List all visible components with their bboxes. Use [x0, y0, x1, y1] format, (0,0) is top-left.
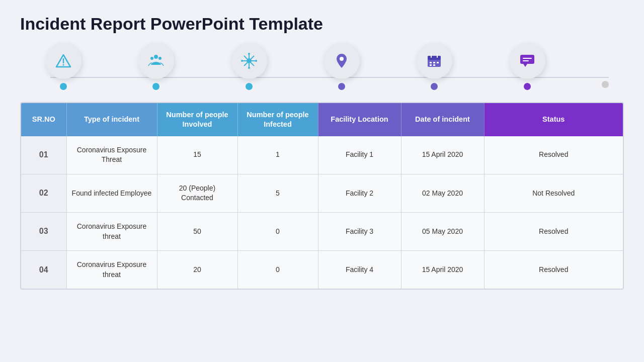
location-icon — [333, 52, 351, 70]
cell-type: Coronavirus Exposure Threat — [66, 136, 157, 174]
svg-point-2 — [63, 64, 64, 66]
incident-table: SR.NO Type of incident Number of people … — [21, 103, 623, 289]
cell-involved: 20 (People) Contacted — [157, 174, 237, 212]
timeline-dot-5 — [431, 83, 438, 90]
cell-involved: 15 — [157, 136, 237, 174]
timeline-end — [602, 43, 609, 88]
header-row: SR.NO Type of incident Number of people … — [21, 103, 623, 136]
svg-point-5 — [158, 57, 162, 60]
table-body: 01Coronavirus Exposure Threat151Facility… — [21, 136, 623, 289]
timeline-section — [20, 43, 624, 103]
svg-rect-29 — [520, 55, 534, 64]
cell-involved: 20 — [157, 251, 237, 289]
svg-line-13 — [251, 56, 254, 59]
timeline-icon-4 — [324, 43, 360, 90]
cell-infected: 1 — [237, 136, 318, 174]
triangle-icon-circle — [45, 43, 82, 79]
cell-facility: Facility 4 — [318, 251, 401, 289]
cell-status: Resolved — [484, 251, 623, 289]
svg-line-11 — [244, 56, 248, 59]
col-facility: Facility Location — [318, 103, 401, 136]
timeline-icon-2 — [138, 43, 174, 90]
col-type: Type of incident — [66, 103, 157, 136]
table-row: 04Coronavirus Exposure threat200Facility… — [21, 251, 623, 289]
cell-infected: 0 — [237, 213, 318, 251]
timeline-icon-5 — [416, 43, 452, 90]
timeline-dot-2 — [152, 83, 159, 90]
svg-rect-26 — [437, 62, 439, 63]
chat-icon — [518, 52, 536, 70]
cell-srno: 04 — [21, 251, 66, 289]
cell-date: 02 May 2020 — [401, 174, 484, 212]
col-involved: Number of people Involved — [157, 103, 237, 136]
cell-date: 05 May 2020 — [401, 213, 484, 251]
svg-point-19 — [340, 57, 344, 61]
timeline-dot-3 — [246, 83, 253, 90]
svg-rect-25 — [433, 62, 435, 63]
timeline-dot-1 — [60, 83, 67, 90]
cell-status: Resolved — [484, 213, 623, 251]
timeline-dot-6 — [524, 83, 531, 90]
svg-rect-21 — [428, 56, 441, 60]
cell-type: Found infected Employee — [66, 174, 157, 212]
cell-srno: 03 — [21, 213, 66, 251]
icons-row — [20, 43, 624, 90]
svg-marker-30 — [523, 64, 527, 67]
svg-point-15 — [248, 53, 250, 55]
table-header: SR.NO Type of incident Number of people … — [21, 103, 623, 136]
cell-facility: Facility 2 — [318, 174, 401, 212]
cell-srno: 01 — [21, 136, 66, 174]
cell-type: Coronavirus Exposure threat — [66, 251, 157, 289]
svg-point-17 — [241, 60, 243, 62]
cell-status: Not Resolved — [484, 174, 623, 212]
timeline-icon-1 — [45, 43, 82, 90]
svg-rect-27 — [430, 64, 432, 66]
cell-date: 15 April 2020 — [401, 136, 484, 174]
cell-involved: 50 — [157, 213, 237, 251]
page: Incident Report PowerPoint Template — [0, 0, 644, 362]
table-wrapper: SR.NO Type of incident Number of people … — [20, 102, 624, 290]
cell-infected: 0 — [237, 251, 318, 289]
cell-type: Coronavirus Exposure threat — [66, 213, 157, 251]
timeline-icon-3 — [231, 43, 267, 90]
svg-point-4 — [150, 57, 153, 60]
table-row: 02Found infected Employee20 (People) Con… — [21, 174, 623, 212]
col-infected: Number of people Infected — [237, 103, 318, 136]
triangle-icon — [54, 52, 72, 70]
people-icon-circle — [138, 43, 174, 79]
cell-date: 15 April 2020 — [401, 251, 484, 289]
svg-point-16 — [248, 67, 250, 69]
cell-facility: Facility 3 — [318, 213, 401, 251]
cell-srno: 02 — [21, 174, 66, 212]
page-title: Incident Report PowerPoint Template — [20, 14, 624, 34]
location-icon-circle — [324, 43, 360, 79]
timeline-end-spacer — [602, 68, 609, 75]
table-row: 01Coronavirus Exposure Threat151Facility… — [21, 136, 623, 174]
table-row: 03Coronavirus Exposure threat500Facility… — [21, 213, 623, 251]
svg-rect-24 — [430, 62, 432, 63]
col-date: Date of incident — [401, 103, 484, 136]
virus-icon-circle — [231, 43, 267, 79]
timeline-dot-4 — [338, 83, 345, 90]
virus-icon — [240, 52, 258, 70]
svg-point-3 — [154, 55, 158, 59]
chat-icon-circle — [509, 43, 545, 79]
svg-line-14 — [244, 63, 248, 66]
cell-infected: 5 — [237, 174, 318, 212]
timeline-dot-end — [602, 81, 609, 88]
svg-rect-28 — [433, 64, 435, 66]
col-status: Status — [484, 103, 623, 136]
calendar-icon-circle — [416, 43, 452, 79]
col-srno: SR.NO — [21, 103, 66, 136]
svg-line-12 — [251, 63, 254, 66]
people-icon — [147, 52, 165, 70]
svg-point-18 — [255, 60, 257, 62]
calendar-icon — [425, 52, 443, 70]
timeline-icon-6 — [509, 43, 545, 90]
table-container: SR.NO Type of incident Number of people … — [20, 102, 624, 290]
cell-facility: Facility 1 — [318, 136, 401, 174]
cell-status: Resolved — [484, 136, 623, 174]
